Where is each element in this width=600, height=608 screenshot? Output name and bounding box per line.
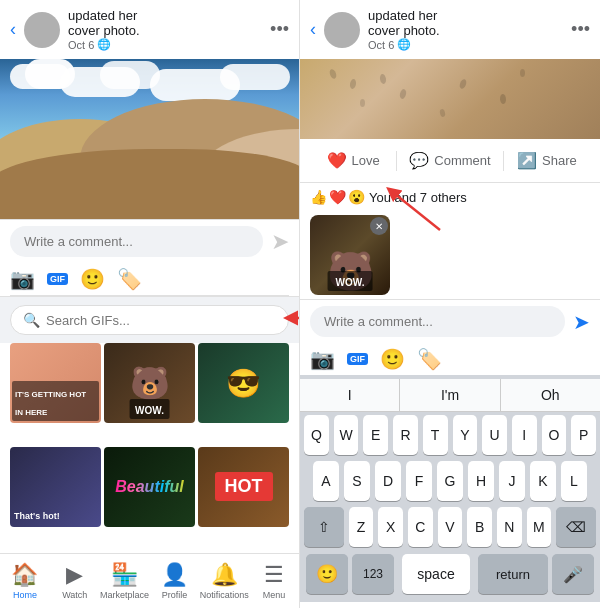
nav-menu[interactable]: ☰ Menu xyxy=(249,560,299,602)
bear-emoji: 🐻 xyxy=(130,364,170,402)
send-button-left[interactable]: ➤ xyxy=(271,229,289,255)
key-v[interactable]: V xyxy=(438,507,463,547)
key-f[interactable]: F xyxy=(406,461,432,501)
key-u[interactable]: U xyxy=(482,415,507,455)
suggestion-i[interactable]: I xyxy=(300,379,400,411)
key-e[interactable]: E xyxy=(363,415,388,455)
comment-input-left[interactable] xyxy=(10,226,263,257)
key-a[interactable]: A xyxy=(313,461,339,501)
camera-icon-left[interactable]: 📷 xyxy=(10,267,35,291)
key-shift[interactable]: ⇧ xyxy=(304,507,344,547)
marketplace-label: Marketplace xyxy=(100,590,149,600)
key-r[interactable]: R xyxy=(393,415,418,455)
gif-search-input[interactable] xyxy=(46,313,276,328)
key-m[interactable]: M xyxy=(527,507,552,547)
key-h[interactable]: H xyxy=(468,461,494,501)
key-z[interactable]: Z xyxy=(349,507,374,547)
more-button-left[interactable]: ••• xyxy=(270,19,289,40)
comment-input-right[interactable] xyxy=(310,306,565,337)
key-y[interactable]: Y xyxy=(453,415,478,455)
gif-cell-4[interactable]: That's hot! xyxy=(10,447,101,527)
nav-marketplace[interactable]: 🏪 Marketplace xyxy=(100,560,150,602)
back-button-left[interactable]: ‹ xyxy=(10,19,16,40)
key-x[interactable]: X xyxy=(378,507,403,547)
gif-hot-sign: HOT xyxy=(215,472,273,501)
suggestion-im[interactable]: I'm xyxy=(400,379,500,411)
key-n[interactable]: N xyxy=(497,507,522,547)
like-reaction: 👍 xyxy=(310,189,327,205)
emoji-icon-left[interactable]: 🙂 xyxy=(80,267,105,291)
profile-label: Profile xyxy=(162,590,188,600)
sticker-icon-right[interactable]: 🏷️ xyxy=(417,347,442,371)
key-b[interactable]: B xyxy=(467,507,492,547)
keyboard-row-4: 🙂 123 space return 🎤 xyxy=(300,550,600,598)
key-d[interactable]: D xyxy=(375,461,401,501)
key-space[interactable]: space xyxy=(402,554,470,594)
key-w[interactable]: W xyxy=(334,415,359,455)
gif-cell-5[interactable]: Beautiful xyxy=(104,447,195,527)
gif-label-4: That's hot! xyxy=(14,511,60,521)
nav-home[interactable]: 🏠 Home xyxy=(0,560,50,602)
gif-cell-6[interactable]: HOT xyxy=(198,447,289,527)
key-return[interactable]: return xyxy=(478,554,548,594)
notifications-label: Notifications xyxy=(200,590,249,600)
key-o[interactable]: O xyxy=(542,415,567,455)
camera-icon-right[interactable]: 📷 xyxy=(310,347,335,371)
comment-button[interactable]: 💬 Comment xyxy=(397,145,502,176)
red-arrow-left xyxy=(278,298,300,338)
reactions-text: You and 7 others xyxy=(369,190,467,205)
cover-text-left: cover photo. xyxy=(68,23,140,38)
menu-label: Menu xyxy=(263,590,286,600)
share-button[interactable]: ↗️ Share xyxy=(504,145,590,176)
gif-cell-1[interactable]: IT'S GETTING HOT IN HERE xyxy=(10,343,101,423)
gif-overlay-bear[interactable]: 🐻 WOW. ✕ xyxy=(310,215,390,295)
send-button-right[interactable]: ➤ xyxy=(573,310,590,334)
key-i[interactable]: I xyxy=(512,415,537,455)
search-icon-gif: 🔍 xyxy=(23,312,40,328)
comment-label: Comment xyxy=(434,153,490,168)
love-button[interactable]: ❤️ Love xyxy=(310,145,396,176)
emoji-icon-right[interactable]: 🙂 xyxy=(380,347,405,371)
gif-button-right[interactable]: GIF xyxy=(347,353,368,365)
nav-profile[interactable]: 👤 Profile xyxy=(149,560,199,602)
key-g[interactable]: G xyxy=(437,461,463,501)
gif-cell-2[interactable]: 🐻 WOW. xyxy=(104,343,195,423)
key-t[interactable]: T xyxy=(423,415,448,455)
keyboard: I I'm Oh Q W E R T Y U I O P A S D F G H… xyxy=(300,375,600,602)
suggestion-oh[interactable]: Oh xyxy=(501,379,600,411)
key-c[interactable]: C xyxy=(408,507,433,547)
comment-input-area-left: ➤ xyxy=(0,219,299,263)
gif-grid: IT'S GETTING HOT IN HERE 🐻 WOW. 😎 That's… xyxy=(0,343,299,553)
gif-button-left[interactable]: GIF xyxy=(47,273,68,285)
gif-close-button[interactable]: ✕ xyxy=(370,217,388,235)
reaction-icons: 👍 ❤️ 😮 xyxy=(310,189,365,205)
gif-overlay-area: 🐻 WOW. ✕ xyxy=(310,215,590,295)
key-s[interactable]: S xyxy=(344,461,370,501)
key-p[interactable]: P xyxy=(571,415,596,455)
sticker-icon-left[interactable]: 🏷️ xyxy=(117,267,142,291)
gif-cell-3[interactable]: 😎 xyxy=(198,343,289,423)
keyboard-row-2: A S D F G H J K L xyxy=(300,458,600,504)
nav-notifications[interactable]: 🔔 Notifications xyxy=(199,560,249,602)
key-123[interactable]: 123 xyxy=(352,554,394,594)
more-button-right[interactable]: ••• xyxy=(571,19,590,40)
cover-photo-right xyxy=(300,59,600,139)
nav-watch[interactable]: ▶ Watch xyxy=(50,560,100,602)
key-j[interactable]: J xyxy=(499,461,525,501)
bottom-nav-left: 🏠 Home ▶ Watch 🏪 Marketplace 👤 Profile 🔔… xyxy=(0,553,299,608)
wow-reaction: 😮 xyxy=(348,189,365,205)
avatar-left xyxy=(24,12,60,48)
key-q[interactable]: Q xyxy=(304,415,329,455)
love-reaction: ❤️ xyxy=(329,189,346,205)
key-l[interactable]: L xyxy=(561,461,587,501)
input-toolbar-left: 📷 GIF 🙂 🏷️ xyxy=(0,263,299,295)
gif-search-panel: 🔍 xyxy=(0,296,299,343)
cover-photo-left xyxy=(0,59,300,219)
key-k[interactable]: K xyxy=(530,461,556,501)
key-backspace[interactable]: ⌫ xyxy=(556,507,596,547)
key-mic[interactable]: 🎤 xyxy=(552,554,594,594)
avatar-right xyxy=(324,12,360,48)
back-button-right[interactable]: ‹ xyxy=(310,19,316,40)
cover-text-right: cover photo. xyxy=(368,23,440,38)
key-emoji[interactable]: 🙂 xyxy=(306,554,348,594)
